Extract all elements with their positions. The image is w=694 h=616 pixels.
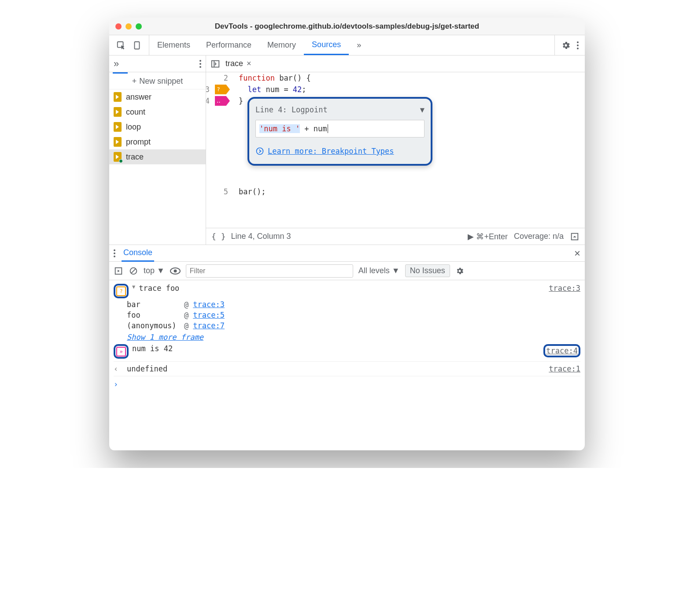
- line-number-gutter[interactable]: 2?3‥45: [206, 72, 233, 228]
- new-snippet-button[interactable]: + New snippet: [109, 74, 206, 89]
- learn-more-link[interactable]: Learn more: Breakpoint Types: [268, 145, 394, 157]
- stack-source-link[interactable]: trace:7: [193, 321, 225, 330]
- titlebar: DevTools - googlechrome.github.io/devtoo…: [109, 18, 585, 35]
- show-more-frames-link[interactable]: Show 1 more frame: [127, 331, 580, 343]
- snippet-label: answer: [126, 93, 151, 102]
- tab-memory[interactable]: Memory: [259, 35, 304, 55]
- device-toggle-icon[interactable]: [132, 41, 142, 50]
- console-menu-icon[interactable]: [114, 249, 115, 257]
- code-line[interactable]: bar();: [239, 186, 585, 197]
- snippet-file-icon: [114, 137, 122, 147]
- code-line[interactable]: let num = 42;: [239, 84, 585, 95]
- return-arrow-icon: ‹: [114, 364, 123, 373]
- close-window-icon[interactable]: [115, 23, 122, 30]
- minimize-window-icon[interactable]: [126, 23, 132, 30]
- snippet-file-icon: [114, 92, 122, 102]
- svg-rect-2: [212, 60, 219, 67]
- close-drawer-icon[interactable]: ×: [574, 247, 580, 260]
- run-snippet-hint[interactable]: ▶ ⌘+Enter: [468, 232, 508, 241]
- window-title: DevTools - googlechrome.github.io/devtoo…: [109, 22, 585, 31]
- main-tabbar: ElementsPerformanceMemorySources»: [109, 35, 585, 56]
- snippet-label: prompt: [126, 137, 151, 147]
- tab-performance[interactable]: Performance: [198, 35, 259, 55]
- tab-sources[interactable]: Sources: [304, 35, 349, 55]
- issues-button[interactable]: No Issues: [405, 264, 450, 277]
- sidebar-menu-icon[interactable]: [199, 60, 201, 68]
- logpoint-label: Line 4: Logpoint: [255, 104, 328, 115]
- stack-frame: foo@trace:5: [127, 310, 580, 320]
- line-number[interactable]: 2: [206, 72, 228, 84]
- source-link[interactable]: trace:4: [546, 346, 578, 355]
- plus-icon: +: [132, 77, 137, 86]
- line-number[interactable]: ?3: [206, 84, 228, 95]
- zoom-window-icon[interactable]: [136, 23, 142, 30]
- conditional-breakpoint-icon[interactable]: ?: [215, 85, 230, 94]
- more-menu-icon[interactable]: [577, 41, 579, 49]
- console-entry: ‹undefinedtrace:1: [114, 364, 580, 374]
- tab-elements[interactable]: Elements: [149, 35, 198, 55]
- logpoint-breakpoint-icon[interactable]: ‥: [215, 96, 230, 106]
- console-prompt[interactable]: ›: [114, 378, 580, 390]
- snippet-file-icon: [114, 152, 122, 162]
- stack-source-link[interactable]: trace:3: [193, 300, 225, 309]
- snippet-item-count[interactable]: count: [109, 104, 206, 119]
- window-controls[interactable]: [115, 23, 142, 30]
- source-link-highlight: trace:4: [543, 344, 580, 357]
- snippet-file-icon: [114, 122, 122, 132]
- stack-function: (anonymous): [127, 321, 180, 330]
- console-settings-icon[interactable]: [455, 267, 464, 275]
- source-link[interactable]: trace:3: [549, 284, 580, 293]
- stack-frame: (anonymous)@trace:7: [127, 320, 580, 331]
- source-link[interactable]: trace:1: [549, 364, 580, 373]
- execution-play-icon[interactable]: [114, 266, 123, 276]
- logpoint-expression-input[interactable]: 'num is ' + num: [255, 120, 425, 137]
- console-entry: »num is 42trace:4: [114, 343, 580, 360]
- stack-function: foo: [127, 311, 180, 319]
- logpoint-badge-highlight: »: [114, 344, 129, 359]
- breakpoint-type-dropdown[interactable]: ▼: [420, 104, 425, 115]
- snippet-item-answer[interactable]: answer: [109, 89, 206, 104]
- logpoint-popup: Line 4: Logpoint ▼ 'num is ' + num Learn…: [247, 97, 432, 166]
- code-editor: trace × 2?3‥45 function bar() { let num …: [206, 56, 585, 245]
- console-message: undefined: [127, 364, 545, 373]
- code-line[interactable]: function bar() {: [239, 72, 585, 84]
- filter-input[interactable]: [186, 264, 353, 278]
- navigator-toggle-icon[interactable]: [210, 59, 220, 69]
- snippet-label: trace: [126, 152, 144, 162]
- snippet-item-prompt[interactable]: prompt: [109, 134, 206, 149]
- editor-tab-label: trace: [225, 59, 243, 68]
- close-tab-icon[interactable]: ×: [247, 59, 251, 68]
- console-tab[interactable]: Console: [122, 245, 154, 262]
- stack-function: bar: [127, 300, 180, 309]
- editor-file-tab[interactable]: trace ×: [225, 59, 251, 68]
- tabs-overflow-icon[interactable]: »: [349, 35, 369, 55]
- stack-source-link[interactable]: trace:5: [193, 311, 225, 319]
- stack-trace: bar@trace:3foo@trace:5(anonymous)@trace:…: [127, 299, 580, 331]
- svg-rect-1: [135, 41, 140, 49]
- context-selector[interactable]: top ▼: [144, 266, 165, 275]
- sidebar-expand-icon[interactable]: »: [114, 58, 119, 70]
- settings-gear-icon[interactable]: [561, 41, 571, 50]
- live-expression-icon[interactable]: [170, 267, 181, 275]
- expand-trace-icon[interactable]: ▼: [132, 284, 135, 290]
- snippet-file-icon: [114, 107, 122, 117]
- conditional-breakpoint-badge-icon: ?: [116, 286, 126, 296]
- snippet-label: count: [126, 108, 145, 117]
- collapse-icon[interactable]: [570, 232, 580, 241]
- console-entry: ?▼trace footrace:3: [114, 283, 580, 299]
- inspect-icon[interactable]: [116, 41, 126, 50]
- console-message: trace foo: [139, 284, 545, 293]
- pretty-print-icon[interactable]: { }: [211, 232, 226, 241]
- log-levels-dropdown[interactable]: All levels ▼: [358, 266, 400, 275]
- line-number[interactable]: 5: [206, 186, 228, 197]
- snippets-sidebar: » + New snippet answercountloopprompttra…: [109, 56, 206, 245]
- snippet-item-loop[interactable]: loop: [109, 119, 206, 134]
- cursor-position: Line 4, Column 3: [231, 232, 291, 241]
- svg-point-8: [174, 269, 177, 272]
- snippet-label: loop: [126, 122, 141, 132]
- console-panel: Console × top ▼ All levels ▼ No Issues: [109, 245, 585, 450]
- line-number[interactable]: ‥4: [206, 95, 228, 107]
- clear-console-icon[interactable]: [129, 266, 138, 276]
- snippet-item-trace[interactable]: trace: [109, 149, 206, 164]
- coverage-status: Coverage: n/a: [514, 232, 564, 241]
